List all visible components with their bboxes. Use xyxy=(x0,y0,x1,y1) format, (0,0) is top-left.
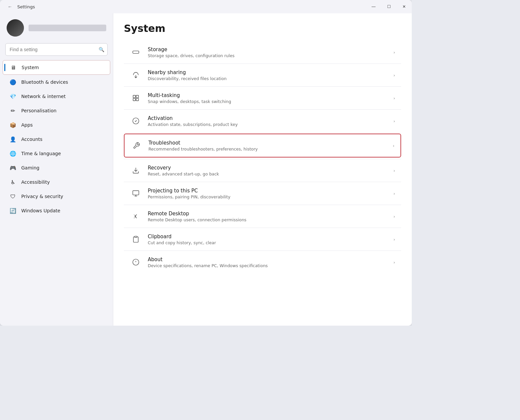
window-controls: — ☐ ✕ xyxy=(366,0,412,13)
sidebar-item-personalisation[interactable]: ✏️ Personalisation xyxy=(3,104,110,118)
setting-name-recovery: Recovery xyxy=(148,165,388,171)
sidebar-item-time[interactable]: 🌐 Time & language xyxy=(3,147,110,160)
nav-label-apps: Apps xyxy=(21,122,33,128)
setting-item-multi-tasking[interactable]: Multi-tasking Snap windows, desktops, ta… xyxy=(124,86,401,109)
search-input[interactable] xyxy=(5,43,108,56)
profile-name-placeholder xyxy=(29,25,106,31)
sidebar-item-bluetooth[interactable]: 🔵 Bluetooth & devices xyxy=(3,75,110,89)
main-content: System Storage Storage space, drives, co… xyxy=(113,13,412,326)
chevron-icon-recovery: › xyxy=(393,168,395,173)
svg-rect-4 xyxy=(136,95,138,98)
sidebar-item-gaming[interactable]: 🎮 Gaming xyxy=(3,161,110,175)
nav-icon-update: 🔄 xyxy=(9,207,17,214)
settings-list: Storage Storage space, drives, configura… xyxy=(124,41,401,273)
sidebar-item-apps[interactable]: 📦 Apps xyxy=(3,118,110,132)
setting-text-recovery: Recovery Reset, advanced start-up, go ba… xyxy=(148,165,388,176)
setting-icon-troubleshoot xyxy=(130,140,142,152)
setting-item-nearby-sharing[interactable]: Nearby sharing Discoverability, received… xyxy=(124,63,401,86)
setting-item-activation[interactable]: Activation Activation state, subscriptio… xyxy=(124,109,401,132)
setting-item-remote-desktop[interactable]: Remote Desktop Remote Desktop users, con… xyxy=(124,205,401,228)
setting-icon-activation xyxy=(130,115,142,127)
setting-item-projecting[interactable]: Projecting to this PC Permissions, pairi… xyxy=(124,182,401,205)
setting-name-activation: Activation xyxy=(148,115,388,121)
setting-item-troubleshoot[interactable]: Troubleshoot Recommended troubleshooters… xyxy=(124,134,401,158)
setting-desc-recovery: Reset, advanced start-up, go back xyxy=(148,171,388,176)
chevron-icon-remote-desktop: › xyxy=(393,214,395,219)
nav-icon-gaming: 🎮 xyxy=(9,164,17,171)
nav-label-gaming: Gaming xyxy=(21,165,40,170)
back-button[interactable]: ← xyxy=(5,2,15,11)
setting-icon-projecting xyxy=(130,187,142,199)
setting-item-recovery[interactable]: Recovery Reset, advanced start-up, go ba… xyxy=(124,159,401,182)
svg-rect-6 xyxy=(136,98,138,101)
svg-rect-9 xyxy=(133,191,139,195)
setting-name-about: About xyxy=(148,257,388,262)
chevron-icon-troubleshoot: › xyxy=(393,143,394,148)
svg-rect-3 xyxy=(133,95,135,98)
setting-text-remote-desktop: Remote Desktop Remote Desktop users, con… xyxy=(148,211,388,222)
setting-name-clipboard: Clipboard xyxy=(148,234,388,240)
chevron-icon-nearby-sharing: › xyxy=(393,73,395,78)
setting-name-storage: Storage xyxy=(148,47,388,52)
close-button[interactable]: ✕ xyxy=(396,0,412,13)
setting-text-activation: Activation Activation state, subscriptio… xyxy=(148,115,388,127)
nav-icon-bluetooth: 🔵 xyxy=(9,78,17,86)
avatar xyxy=(7,19,24,37)
setting-text-clipboard: Clipboard Cut and copy history, sync, cl… xyxy=(148,234,388,245)
setting-item-clipboard[interactable]: Clipboard Cut and copy history, sync, cl… xyxy=(124,228,401,251)
chevron-icon-storage: › xyxy=(393,50,395,55)
setting-desc-storage: Storage space, drives, configuration rul… xyxy=(148,53,388,58)
chevron-icon-multi-tasking: › xyxy=(393,96,395,101)
setting-item-storage[interactable]: Storage Storage space, drives, configura… xyxy=(124,41,401,63)
nav-icon-personalisation: ✏️ xyxy=(9,107,17,114)
setting-name-multi-tasking: Multi-tasking xyxy=(148,92,388,98)
setting-item-about[interactable]: About Device specifications, rename PC, … xyxy=(124,251,401,273)
setting-name-remote-desktop: Remote Desktop xyxy=(148,211,388,217)
nav-label-accessibility: Accessibility xyxy=(21,179,50,185)
nav-label-update: Windows Update xyxy=(21,208,60,213)
settings-window: ← Settings — ☐ ✕ 🔍 🖥 System xyxy=(0,0,412,326)
nav-icon-apps: 📦 xyxy=(9,121,17,129)
setting-icon-clipboard xyxy=(130,233,142,245)
nav-icon-network: 💎 xyxy=(9,93,17,100)
nav-icon-time: 🌐 xyxy=(9,150,17,157)
avatar-image xyxy=(7,19,24,37)
profile-area xyxy=(0,16,113,42)
nav-label-system: System xyxy=(22,65,39,70)
sidebar-item-network[interactable]: 💎 Network & internet xyxy=(3,89,110,103)
setting-text-troubleshoot: Troubleshoot Recommended troubleshooters… xyxy=(148,140,387,152)
chevron-icon-clipboard: › xyxy=(393,237,395,242)
setting-text-nearby-sharing: Nearby sharing Discoverability, received… xyxy=(148,69,388,81)
sidebar-item-privacy[interactable]: 🛡 Privacy & security xyxy=(3,189,110,203)
minimize-button[interactable]: — xyxy=(366,0,381,13)
sidebar-item-update[interactable]: 🔄 Windows Update xyxy=(3,204,110,218)
nav-label-time: Time & language xyxy=(21,151,61,156)
setting-text-projecting: Projecting to this PC Permissions, pairi… xyxy=(148,188,388,199)
setting-text-storage: Storage Storage space, drives, configura… xyxy=(148,47,388,58)
setting-text-multi-tasking: Multi-tasking Snap windows, desktops, ta… xyxy=(148,92,388,104)
setting-desc-troubleshoot: Recommended troubleshooters, preferences… xyxy=(148,147,387,152)
search-box: 🔍 xyxy=(5,43,108,56)
setting-desc-nearby-sharing: Discoverability, received files location xyxy=(148,76,388,81)
setting-icon-about xyxy=(130,256,142,268)
svg-rect-5 xyxy=(133,98,135,101)
sidebar-item-accounts[interactable]: 👤 Accounts xyxy=(3,132,110,146)
setting-text-about: About Device specifications, rename PC, … xyxy=(148,257,388,268)
sidebar-item-accessibility[interactable]: ♿ Accessibility xyxy=(3,175,110,189)
nav-label-accounts: Accounts xyxy=(21,137,43,142)
nav-list: 🖥 System 🔵 Bluetooth & devices 💎 Network… xyxy=(0,60,113,218)
svg-rect-12 xyxy=(134,236,137,238)
content-area: 🔍 🖥 System 🔵 Bluetooth & devices 💎 Netwo… xyxy=(0,13,412,326)
sidebar: 🔍 🖥 System 🔵 Bluetooth & devices 💎 Netwo… xyxy=(0,13,113,326)
svg-rect-0 xyxy=(133,51,139,53)
nav-label-bluetooth: Bluetooth & devices xyxy=(21,79,68,85)
setting-desc-multi-tasking: Snap windows, desktops, task switching xyxy=(148,99,388,104)
chevron-icon-projecting: › xyxy=(393,191,395,196)
setting-desc-projecting: Permissions, pairing PIN, discoverabilit… xyxy=(148,194,388,199)
sidebar-item-system[interactable]: 🖥 System xyxy=(3,60,110,75)
maximize-button[interactable]: ☐ xyxy=(381,0,396,13)
setting-name-nearby-sharing: Nearby sharing xyxy=(148,69,388,75)
nav-label-privacy: Privacy & security xyxy=(21,194,63,199)
chevron-icon-activation: › xyxy=(393,119,395,124)
setting-name-projecting: Projecting to this PC xyxy=(148,188,388,194)
